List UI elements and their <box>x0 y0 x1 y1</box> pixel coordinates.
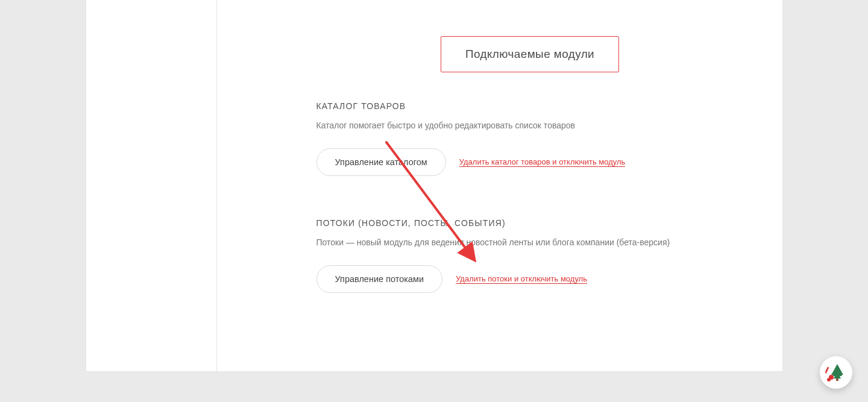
remove-streams-link[interactable]: Удалить потоки и отключить модуль <box>456 274 587 284</box>
settings-card: Подключаемые модули КАТАЛОГ ТОВАРОВ Ката… <box>86 0 783 372</box>
streams-description: Потоки — новый модуль для ведения новост… <box>316 237 744 247</box>
catalog-description: Каталог помогает быстро и удобно редакти… <box>316 121 744 130</box>
svg-rect-5 <box>825 366 829 374</box>
tab-plugins[interactable]: Подключаемые модули <box>441 36 619 72</box>
streams-title: ПОТОКИ (НОВОСТИ, ПОСТЫ, СОБЫТИЯ) <box>316 218 744 228</box>
holiday-icon <box>825 362 847 383</box>
svg-point-4 <box>827 378 831 382</box>
catalog-title: КАТАЛОГ ТОВАРОВ <box>316 101 744 111</box>
remove-catalog-link[interactable]: Удалить каталог товаров и отключить моду… <box>459 157 626 167</box>
content-area: Подключаемые модули КАТАЛОГ ТОВАРОВ Ката… <box>217 0 782 371</box>
module-catalog: КАТАЛОГ ТОВАРОВ Каталог помогает быстро … <box>316 101 744 176</box>
module-streams: ПОТОКИ (НОВОСТИ, ПОСТЫ, СОБЫТИЯ) Потоки … <box>316 218 744 293</box>
tabs: Подключаемые модули <box>316 36 744 72</box>
manage-streams-button[interactable]: Управление потоками <box>316 265 443 293</box>
manage-catalog-button[interactable]: Управление каталогом <box>316 148 446 176</box>
svg-rect-2 <box>836 378 838 381</box>
sidebar <box>86 0 217 371</box>
chat-widget-button[interactable] <box>820 356 852 389</box>
